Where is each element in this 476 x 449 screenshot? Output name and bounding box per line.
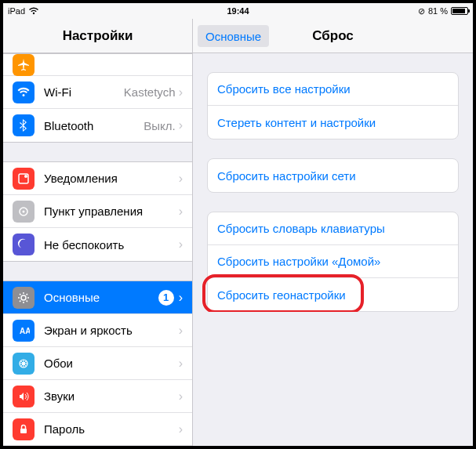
wifi-value: Kastetych [124, 85, 176, 99]
airplane-icon [13, 54, 35, 76]
wallpaper-label: Обои [44, 357, 179, 370]
sidebar-item-airplane[interactable] [3, 54, 192, 76]
sidebar-item-wifi[interactable]: Wi-Fi Kastetych › [3, 76, 192, 109]
chevron-right-icon: › [179, 118, 183, 132]
reset-group-2: Сбросить настройки сети [207, 158, 459, 193]
notifications-label: Уведомления [44, 172, 179, 185]
connectivity-group: Wi-Fi Kastetych › Bluetooth Выкл. › [3, 53, 192, 143]
sidebar-item-control-center[interactable]: Пункт управления › [3, 195, 192, 228]
control-center-label: Пункт управления [44, 205, 179, 218]
reset-keyboard-dict[interactable]: Сбросить словарь клавиатуры [208, 212, 458, 245]
gear-icon [13, 287, 35, 309]
sidebar-item-general[interactable]: Основные 1 › [3, 281, 192, 314]
chevron-right-icon: › [179, 172, 183, 186]
back-button[interactable]: Основные [198, 25, 269, 47]
detail-title: Сброс [312, 28, 354, 44]
bluetooth-value: Выкл. [144, 119, 175, 132]
settings-nav: Настройки [3, 19, 192, 53]
chevron-right-icon: › [179, 237, 183, 252]
battery-icon [451, 7, 468, 15]
bluetooth-label: Bluetooth [44, 119, 144, 132]
status-bar: iPad 19:44 ⊘ 81 % [3, 3, 473, 19]
chevron-right-icon: › [179, 291, 183, 305]
sidebar-item-display[interactable]: AA Экран и яркость › [3, 314, 192, 347]
svg-text:AA: AA [20, 327, 30, 335]
wifi-icon [28, 7, 39, 15]
sidebar-item-passcode[interactable]: Пароль › [3, 413, 192, 446]
erase-all-content[interactable]: Стереть контент и настройки [208, 106, 458, 139]
passcode-label: Пароль [44, 422, 179, 436]
sidebar-item-wallpaper[interactable]: Обои › [3, 347, 192, 380]
notifications-icon [13, 168, 35, 190]
chevron-right-icon: › [179, 85, 183, 100]
sounds-label: Звуки [44, 389, 179, 403]
clock: 19:44 [162, 6, 315, 16]
sidebar-item-notifications[interactable]: Уведомления › [3, 162, 192, 195]
reset-network-settings[interactable]: Сбросить настройки сети [208, 159, 458, 192]
reset-group-1: Сбросить все настройки Стереть контент и… [207, 72, 459, 139]
chevron-right-icon: › [179, 324, 183, 338]
general-badge: 1 [158, 290, 174, 306]
sidebar-item-sounds[interactable]: Звуки › [3, 380, 192, 413]
bluetooth-icon [13, 114, 35, 136]
wallpaper-icon [13, 353, 35, 375]
general-label: Основные [44, 291, 158, 304]
settings-master-pane: Настройки Wi-Fi Kastetych [3, 19, 193, 446]
wifi-settings-icon [13, 81, 35, 103]
battery-percent: 81 % [428, 6, 448, 16]
control-center-icon [13, 201, 35, 223]
reset-location-settings[interactable]: Сбросить геонастройки [208, 278, 458, 311]
main-group: Основные 1 › AA Экран и яркость › [3, 281, 192, 446]
reset-all-settings[interactable]: Сбросить все настройки [208, 73, 458, 106]
chevron-right-icon: › [179, 357, 183, 371]
chevron-right-icon: › [179, 205, 183, 219]
detail-nav: Основные Сброс [193, 19, 473, 53]
reset-home-layout[interactable]: Сбросить настройки «Домой» [208, 245, 458, 278]
device-name: iPad [8, 6, 25, 16]
display-icon: AA [13, 320, 35, 342]
notifications-group: Уведомления › Пункт управления › [3, 161, 192, 262]
svg-rect-8 [20, 429, 27, 433]
svg-point-1 [24, 175, 27, 178]
sounds-icon [13, 386, 35, 407]
settings-detail-pane: Основные Сброс Сбросить все настройки Ст… [193, 19, 473, 446]
sidebar-item-bluetooth[interactable]: Bluetooth Выкл. › [3, 109, 192, 142]
svg-point-3 [23, 210, 25, 212]
sidebar-item-dnd[interactable]: Не беспокоить › [3, 228, 192, 261]
passcode-icon [13, 418, 35, 440]
wifi-label: Wi-Fi [44, 85, 124, 99]
not-charging-icon: ⊘ [418, 6, 425, 16]
svg-point-4 [21, 295, 26, 300]
dnd-label: Не беспокоить [44, 238, 179, 252]
chevron-right-icon: › [179, 389, 183, 404]
dnd-icon [13, 234, 35, 255]
page-title: Настройки [63, 28, 133, 44]
chevron-right-icon: › [179, 422, 183, 436]
display-label: Экран и яркость [44, 324, 179, 337]
reset-group-3: Сбросить словарь клавиатуры Сбросить нас… [207, 212, 459, 312]
